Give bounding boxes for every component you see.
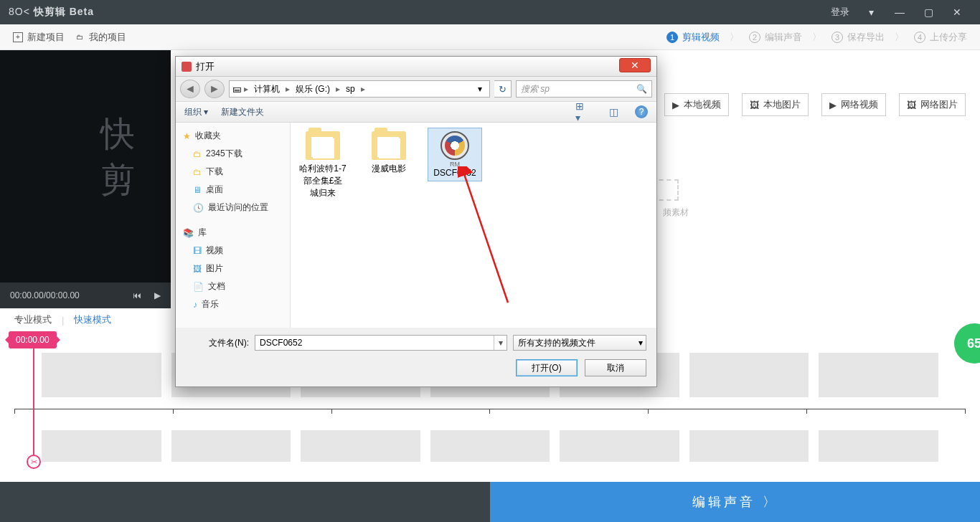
step-edit-video[interactable]: 1剪辑视频 bbox=[666, 31, 720, 44]
minimize-icon[interactable]: — bbox=[885, 0, 914, 24]
file-label: 漫威电影 bbox=[365, 163, 413, 175]
video-lib-icon: 🎞 bbox=[193, 246, 202, 256]
file-item-folder[interactable]: 漫威电影 bbox=[362, 128, 415, 178]
tree-libraries[interactable]: 📚库 bbox=[176, 224, 290, 242]
prev-icon[interactable]: ⏮ bbox=[133, 290, 141, 300]
bottom-bar: 编辑声音〉 bbox=[0, 482, 980, 522]
clip[interactable] bbox=[819, 353, 938, 397]
clip[interactable] bbox=[430, 430, 550, 462]
nav-tree: ★收藏夹 🗀2345下载 🗀下载 🖥桌面 🕓最近访问的位置 📚库 🎞视频 🖼图片… bbox=[176, 123, 291, 328]
open-button[interactable]: 打开(O) bbox=[516, 359, 578, 376]
nav-forward-button[interactable]: ► bbox=[204, 80, 225, 98]
organize-menu[interactable]: 组织 ▾ bbox=[184, 106, 208, 118]
maximize-icon[interactable]: ▢ bbox=[914, 0, 943, 24]
my-projects-label: 我的项目 bbox=[89, 31, 126, 44]
clip[interactable] bbox=[689, 430, 809, 462]
nav-back-button[interactable]: ◄ bbox=[180, 80, 200, 98]
video-file-icon bbox=[440, 131, 469, 160]
file-label: DSCF0652 bbox=[431, 168, 479, 178]
search-icon: 🔍 bbox=[636, 84, 647, 94]
refresh-button[interactable]: ↻ bbox=[494, 80, 512, 98]
tree-item[interactable]: 📄文档 bbox=[176, 277, 290, 295]
filename-input[interactable]: DSCF0652 ▾ bbox=[255, 335, 507, 351]
clip[interactable] bbox=[689, 353, 809, 397]
import-web-video[interactable]: ▶ 网络视频 bbox=[821, 93, 886, 116]
clip[interactable] bbox=[560, 430, 679, 462]
clip[interactable] bbox=[819, 430, 938, 462]
new-folder-button[interactable]: 新建文件夹 bbox=[221, 106, 264, 118]
step-upload-share[interactable]: 4上传分享 bbox=[914, 31, 967, 44]
my-projects-button[interactable]: 🗀 我的项目 bbox=[75, 31, 126, 44]
file-item-video-selected[interactable]: RM DSCF0652 bbox=[428, 128, 481, 181]
file-list[interactable]: 哈利波特1-7部全集£圣城归来 漫威电影 RM DSCF0652 bbox=[291, 123, 656, 328]
tree-item[interactable]: 🗀2345下载 bbox=[176, 145, 290, 163]
step-save-export[interactable]: 3保存导出 bbox=[831, 31, 885, 44]
plus-icon: + bbox=[13, 32, 23, 42]
folder-icon: 🗀 bbox=[193, 167, 202, 177]
next-step-button[interactable]: 编辑声音〉 bbox=[490, 482, 980, 522]
import-local-image[interactable]: 🖼 本地图片 bbox=[742, 93, 809, 116]
view-mode-button[interactable]: ⊞ ▾ bbox=[575, 105, 592, 119]
file-type-filter[interactable]: 所有支持的视频文件 ▾ bbox=[513, 335, 646, 351]
mode-fast[interactable]: 快速模式 bbox=[74, 313, 111, 326]
preview-time: 00:00.00/00:00.00 bbox=[10, 290, 80, 300]
chevron-icon: 〉 bbox=[730, 31, 739, 44]
new-project-button[interactable]: + 新建项目 bbox=[13, 31, 65, 44]
file-item-folder[interactable]: 哈利波特1-7部全集£圣城归来 bbox=[296, 128, 349, 202]
dialog-nav: ◄ ► 🖴 ▸计算机 ▸娱乐 (G:) ▸sp ▸ ▾ ↻ 搜索 sp 🔍 bbox=[176, 77, 656, 101]
app-logo: 8O< 快剪辑 Beta bbox=[9, 6, 94, 19]
cancel-button[interactable]: 取消 bbox=[585, 359, 646, 376]
cut-icon[interactable]: ✂ bbox=[27, 455, 41, 469]
tree-item[interactable]: 🕓最近访问的位置 bbox=[176, 199, 290, 217]
path-segment[interactable]: 娱乐 (G:) bbox=[293, 83, 333, 95]
clip[interactable] bbox=[42, 353, 161, 397]
filename-label: 文件名(N): bbox=[186, 337, 249, 349]
address-dropdown-icon[interactable]: ▾ bbox=[473, 84, 486, 94]
tree-favorites[interactable]: ★收藏夹 bbox=[176, 127, 290, 145]
step-edit-audio[interactable]: 2编辑声音 bbox=[749, 31, 802, 44]
dialog-footer: 文件名(N): DSCF0652 ▾ 所有支持的视频文件 ▾ 打开(O) 取消 bbox=[176, 328, 656, 386]
video-preview: 快剪 00:00.00/00:00.00 ⏮ ▶ bbox=[0, 50, 171, 308]
tree-item[interactable]: ♪音乐 bbox=[176, 295, 290, 313]
login-button[interactable]: 登录 bbox=[824, 6, 857, 19]
close-app-icon[interactable]: ✕ bbox=[943, 0, 971, 24]
dialog-body: ★收藏夹 🗀2345下载 🗀下载 🖥桌面 🕓最近访问的位置 📚库 🎞视频 🖼图片… bbox=[176, 123, 656, 328]
import-local-video[interactable]: ▶ 本地视频 bbox=[664, 93, 729, 116]
path-segment[interactable]: sp bbox=[343, 84, 358, 94]
time-marker[interactable]: 00:00.00 bbox=[9, 331, 57, 348]
asset-placeholder-text: 频素材 bbox=[663, 207, 689, 219]
track-row-2[interactable] bbox=[0, 430, 980, 473]
document-lib-icon: 📄 bbox=[193, 282, 204, 292]
address-bar[interactable]: 🖴 ▸计算机 ▸娱乐 (G:) ▸sp ▸ ▾ bbox=[229, 80, 490, 98]
clip[interactable] bbox=[171, 430, 291, 462]
clip[interactable] bbox=[42, 430, 161, 462]
chevron-icon: 〉 bbox=[812, 31, 821, 44]
dialog-titlebar[interactable]: 打开 ✕ bbox=[176, 57, 656, 77]
tree-item[interactable]: 🗀下载 bbox=[176, 163, 290, 181]
playhead-line bbox=[33, 348, 34, 460]
play-icon[interactable]: ▶ bbox=[154, 290, 161, 300]
menu-icon[interactable]: ▾ bbox=[857, 0, 885, 24]
tree-item[interactable]: 🖥桌面 bbox=[176, 181, 290, 199]
preview-watermark: 快剪 bbox=[100, 111, 171, 203]
folder-icon bbox=[306, 131, 340, 160]
mode-pro[interactable]: 专业模式 bbox=[14, 313, 52, 326]
dialog-close-button[interactable]: ✕ bbox=[619, 58, 651, 72]
folder-icon bbox=[372, 131, 406, 160]
file-open-dialog: 打开 ✕ ◄ ► 🖴 ▸计算机 ▸娱乐 (G:) ▸sp ▸ ▾ ↻ 搜索 sp… bbox=[175, 56, 657, 387]
drive-icon: 🖴 bbox=[232, 84, 241, 94]
tree-item[interactable]: 🖼图片 bbox=[176, 260, 290, 277]
dropdown-icon[interactable]: ▾ bbox=[494, 336, 507, 350]
music-lib-icon: ♪ bbox=[193, 300, 197, 310]
dropdown-icon: ▾ bbox=[639, 338, 643, 348]
search-input[interactable]: 搜索 sp 🔍 bbox=[516, 80, 652, 98]
preview-pane-button[interactable]: ◫ bbox=[605, 105, 622, 119]
help-icon[interactable]: ? bbox=[635, 105, 648, 118]
recent-icon: 🕓 bbox=[193, 203, 204, 213]
tree-item[interactable]: 🎞视频 bbox=[176, 242, 290, 260]
path-segment[interactable]: 计算机 bbox=[251, 83, 283, 95]
star-icon: ★ bbox=[183, 131, 191, 141]
chevron-right-icon: 〉 bbox=[763, 493, 778, 511]
clip[interactable] bbox=[301, 430, 420, 462]
import-web-image[interactable]: 🖼 网络图片 bbox=[899, 93, 966, 116]
